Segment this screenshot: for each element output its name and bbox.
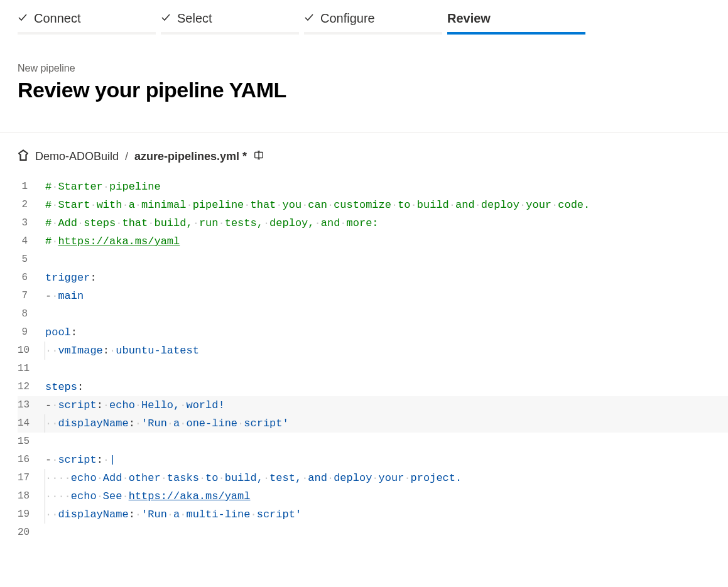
line-number: 7 (18, 287, 45, 305)
line-number: 20 (18, 524, 45, 542)
line-number: 1 (18, 178, 45, 196)
code-content[interactable]: pool: (45, 323, 728, 342)
code-content[interactable]: -·main (45, 287, 728, 305)
step-label: Connect (34, 11, 81, 26)
code-content[interactable]: ····echo·Add·other·tasks·to·build,·test,… (45, 469, 728, 487)
code-line[interactable]: 17····echo·Add·other·tasks·to·build,·tes… (18, 469, 728, 487)
code-line[interactable]: 14··displayName:·'Run·a·one-line·script' (18, 414, 728, 433)
code-content[interactable]: #·Starter·pipeline (45, 178, 728, 196)
code-content[interactable] (45, 433, 728, 451)
line-number: 8 (18, 305, 45, 323)
code-line[interactable]: 11 (18, 360, 728, 378)
step-connect[interactable]: Connect (18, 11, 156, 35)
code-content[interactable]: #·Start·with·a·minimal·pipeline·that·you… (45, 196, 728, 214)
code-content[interactable]: trigger: (45, 269, 728, 287)
step-label: Select (177, 11, 212, 26)
code-content[interactable]: ····echo·See·https://aka.ms/yaml (45, 487, 728, 505)
code-content[interactable] (45, 524, 728, 542)
code-content[interactable]: ··displayName:·'Run·a·one-line·script' (45, 414, 728, 433)
check-icon (304, 11, 314, 26)
line-number: 2 (18, 196, 45, 214)
breadcrumb: New pipeline (18, 63, 710, 74)
code-line[interactable]: 15 (18, 433, 728, 451)
line-number: 19 (18, 505, 45, 524)
code-content[interactable]: #·https://aka.ms/yaml (45, 232, 728, 250)
step-label: Review (447, 11, 491, 26)
line-number: 18 (18, 487, 45, 505)
line-number: 17 (18, 469, 45, 487)
line-number: 16 (18, 451, 45, 469)
code-content[interactable] (45, 360, 728, 378)
step-underline (447, 32, 585, 35)
code-line[interactable]: 6trigger: (18, 269, 728, 287)
line-number: 13 (18, 396, 45, 414)
code-line[interactable]: 3#·Add·steps·that·build,·run·tests,·depl… (18, 214, 728, 232)
code-line[interactable]: 8 (18, 305, 728, 323)
code-line[interactable]: 13-·script:·echo·Hello,·world! (18, 396, 728, 414)
page-header: New pipeline Review your pipeline YAML (0, 35, 728, 117)
step-configure[interactable]: Configure (304, 11, 442, 35)
code-content[interactable]: #·Add·steps·that·build,·run·tests,·deplo… (45, 214, 728, 232)
line-number: 15 (18, 433, 45, 451)
line-number: 9 (18, 323, 45, 342)
code-line[interactable]: 20 (18, 524, 728, 542)
line-number: 12 (18, 378, 45, 396)
code-content[interactable]: ··displayName:·'Run·a·multi-line·script' (45, 505, 728, 524)
code-line[interactable]: 4#·https://aka.ms/yaml (18, 232, 728, 250)
file-path-bar: Demo-ADOBuild / azure-pipelines.yml * (0, 133, 728, 175)
check-icon (161, 11, 171, 26)
check-icon (18, 11, 28, 26)
line-number: 14 (18, 414, 45, 433)
path-separator: / (125, 150, 128, 163)
code-content[interactable] (45, 250, 728, 269)
code-content[interactable]: -·script:·| (45, 451, 728, 469)
wizard-stepper: ConnectSelectConfigureReview (0, 0, 728, 35)
yaml-editor[interactable]: 1#·Starter·pipeline2#·Start·with·a·minim… (0, 175, 728, 542)
code-content[interactable]: -·script:·echo·Hello,·world! (45, 396, 728, 414)
code-line[interactable]: 10··vmImage:·ubuntu-latest (18, 342, 728, 360)
code-content[interactable]: steps: (45, 378, 728, 396)
repo-name[interactable]: Demo-ADOBuild (35, 150, 119, 163)
step-underline (18, 32, 156, 35)
repo-icon (18, 149, 29, 164)
line-number: 4 (18, 232, 45, 250)
rename-icon (253, 151, 264, 163)
step-label: Configure (320, 11, 375, 26)
code-line[interactable]: 5 (18, 250, 728, 269)
code-line[interactable]: 19··displayName:·'Run·a·multi-line·scrip… (18, 505, 728, 524)
file-name: azure-pipelines.yml * (134, 150, 247, 163)
code-line[interactable]: 9pool: (18, 323, 728, 342)
code-line[interactable]: 16-·script:·| (18, 451, 728, 469)
code-line[interactable]: 2#·Start·with·a·minimal·pipeline·that·yo… (18, 196, 728, 214)
line-number: 11 (18, 360, 45, 378)
step-underline (304, 32, 442, 35)
step-underline (161, 32, 299, 35)
code-content[interactable] (45, 305, 728, 323)
code-line[interactable]: 7-·main (18, 287, 728, 305)
code-line[interactable]: 12steps: (18, 378, 728, 396)
code-content[interactable]: ··vmImage:·ubuntu-latest (45, 342, 728, 360)
step-select[interactable]: Select (161, 11, 299, 35)
page-title: Review your pipeline YAML (18, 78, 710, 102)
rename-file-button[interactable] (253, 149, 264, 164)
code-line[interactable]: 1#·Starter·pipeline (18, 178, 728, 196)
line-number: 10 (18, 342, 45, 360)
line-number: 6 (18, 269, 45, 287)
step-review[interactable]: Review (447, 11, 585, 35)
line-number: 3 (18, 214, 45, 232)
line-number: 5 (18, 250, 45, 269)
code-line[interactable]: 18····echo·See·https://aka.ms/yaml (18, 487, 728, 505)
